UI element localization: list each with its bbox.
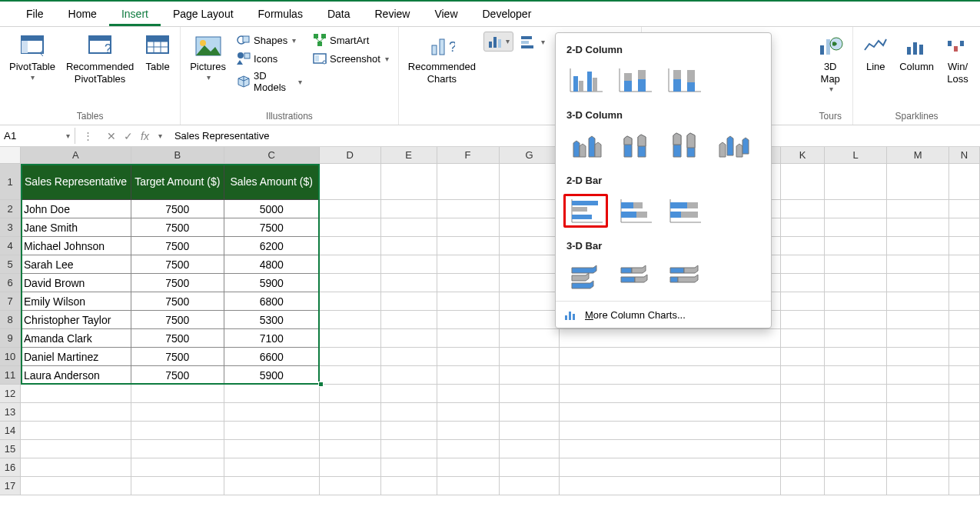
- recommended-pivottables-button[interactable]: ? Recommended PivotTables: [63, 32, 137, 86]
- col-header-g[interactable]: G: [500, 147, 560, 164]
- cell[interactable]: [21, 477, 131, 495]
- cell[interactable]: [320, 237, 381, 255]
- sparkline-column-button[interactable]: Column: [896, 32, 937, 75]
- cell[interactable]: [781, 237, 825, 255]
- cell[interactable]: [887, 311, 949, 329]
- cell[interactable]: Amanda Clark: [21, 329, 131, 348]
- more-column-charts[interactable]: More Column Charts...: [556, 301, 771, 328]
- col-header-d[interactable]: D: [320, 147, 381, 164]
- cell[interactable]: 7100: [224, 329, 320, 348]
- cell[interactable]: Daniel Martinez: [21, 348, 131, 366]
- chart-stacked-column[interactable]: [613, 63, 657, 97]
- cell[interactable]: 7500: [131, 255, 224, 274]
- row-header[interactable]: 2: [0, 200, 21, 218]
- cell[interactable]: [949, 200, 980, 218]
- menu-home[interactable]: Home: [56, 5, 109, 26]
- cell[interactable]: 7500: [131, 237, 224, 255]
- cell[interactable]: [781, 200, 825, 218]
- row-header[interactable]: 14: [0, 422, 21, 440]
- col-header-f[interactable]: F: [437, 147, 500, 164]
- chart-stacked-bar[interactable]: [613, 194, 657, 228]
- cell[interactable]: 5900: [224, 274, 320, 292]
- cell[interactable]: [500, 164, 560, 200]
- col-header-a[interactable]: A: [21, 147, 131, 164]
- cell[interactable]: [887, 329, 949, 348]
- cell[interactable]: [21, 403, 131, 422]
- cell[interactable]: [224, 422, 320, 440]
- cell[interactable]: [781, 255, 825, 274]
- cell[interactable]: [320, 366, 381, 385]
- row-header-1[interactable]: 1: [0, 164, 21, 200]
- cell[interactable]: [781, 440, 825, 458]
- cell[interactable]: [887, 274, 949, 292]
- cancel-icon[interactable]: ✕: [107, 130, 116, 142]
- cell[interactable]: [381, 385, 437, 403]
- cell[interactable]: [781, 422, 825, 440]
- chart-3d-column[interactable]: [711, 128, 756, 162]
- menu-file[interactable]: File: [14, 5, 56, 26]
- cell[interactable]: [949, 274, 980, 292]
- cell[interactable]: [825, 200, 887, 218]
- cell[interactable]: [320, 274, 381, 292]
- cell[interactable]: [500, 292, 560, 311]
- col-header-e[interactable]: E: [381, 147, 437, 164]
- cell-b1[interactable]: Target Amount ($): [131, 164, 224, 200]
- cell[interactable]: [381, 274, 437, 292]
- cell[interactable]: [437, 385, 500, 403]
- row-header[interactable]: 3: [0, 218, 21, 237]
- cell[interactable]: [437, 255, 500, 274]
- chevron-down-icon[interactable]: ▾: [66, 132, 70, 140]
- cell[interactable]: [224, 403, 320, 422]
- cell[interactable]: [949, 329, 980, 348]
- cell[interactable]: 5900: [224, 366, 320, 385]
- cell[interactable]: [500, 477, 560, 495]
- cell[interactable]: John Doe: [21, 200, 131, 218]
- cell[interactable]: [825, 292, 887, 311]
- cell[interactable]: [381, 200, 437, 218]
- cell[interactable]: [437, 348, 500, 366]
- cell[interactable]: [500, 403, 560, 422]
- cell[interactable]: [320, 311, 381, 329]
- cell[interactable]: [381, 255, 437, 274]
- fx-icon[interactable]: fx: [141, 130, 149, 142]
- cell[interactable]: [887, 348, 949, 366]
- chart-3d-100-stacked-bar[interactable]: [662, 259, 706, 293]
- cell[interactable]: [560, 458, 781, 477]
- cell[interactable]: [320, 164, 381, 200]
- cell[interactable]: [224, 385, 320, 403]
- cell[interactable]: [887, 440, 949, 458]
- cell-a1[interactable]: Sales Representative: [21, 164, 131, 200]
- cell[interactable]: [500, 255, 560, 274]
- row-header[interactable]: 10: [0, 348, 21, 366]
- cell[interactable]: [560, 403, 781, 422]
- cell[interactable]: [320, 440, 381, 458]
- cell[interactable]: [320, 218, 381, 237]
- cell[interactable]: [825, 255, 887, 274]
- col-header-m[interactable]: M: [887, 147, 949, 164]
- cell[interactable]: [825, 329, 887, 348]
- chart-3d-stacked-bar[interactable]: [613, 259, 657, 293]
- cell[interactable]: [381, 366, 437, 385]
- cell[interactable]: [949, 255, 980, 274]
- chart-3d-stacked-column[interactable]: [613, 128, 657, 162]
- cell[interactable]: [825, 422, 887, 440]
- cell[interactable]: [781, 458, 825, 477]
- selection-handle[interactable]: [318, 382, 324, 387]
- pivottable-button[interactable]: PivotTable ▾: [6, 32, 58, 84]
- cell[interactable]: [224, 458, 320, 477]
- cell[interactable]: [437, 200, 500, 218]
- cell[interactable]: [949, 164, 980, 200]
- chart-100-stacked-column[interactable]: [662, 63, 706, 97]
- row-header[interactable]: 16: [0, 458, 21, 477]
- cell[interactable]: [887, 200, 949, 218]
- cell[interactable]: [381, 403, 437, 422]
- cell[interactable]: [131, 458, 224, 477]
- cell[interactable]: [437, 329, 500, 348]
- cell[interactable]: [949, 366, 980, 385]
- cell[interactable]: [131, 403, 224, 422]
- cell[interactable]: [21, 385, 131, 403]
- cell[interactable]: [887, 218, 949, 237]
- row-header[interactable]: 11: [0, 366, 21, 385]
- cell[interactable]: [381, 422, 437, 440]
- chart-3d-clustered-bar[interactable]: [563, 259, 608, 293]
